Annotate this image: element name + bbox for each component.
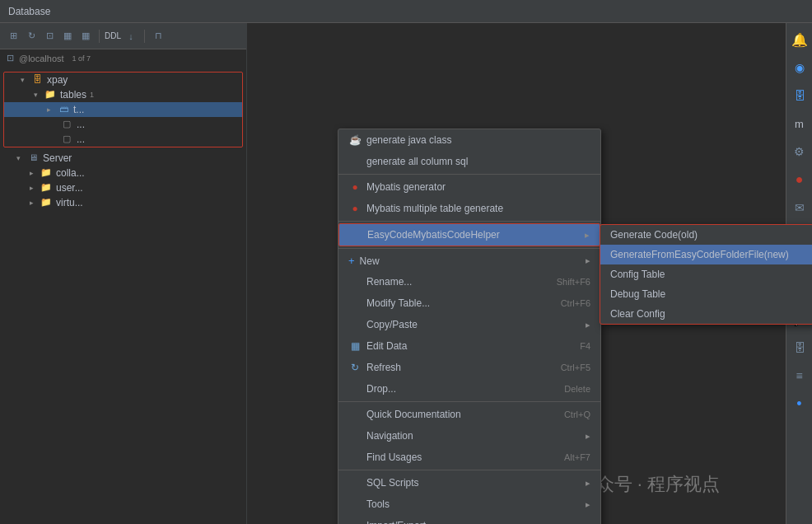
menu-modify[interactable]: Modify Table... Ctrl+F6 <box>338 292 600 314</box>
drop-icon <box>348 382 362 395</box>
gear-icon[interactable]: ⚙ <box>790 142 810 161</box>
tables-icon: 📁 <box>44 89 57 101</box>
xpay-label: xpay <box>47 74 68 86</box>
tree-area: 🗄 xpay 📁 tables 1 🗃 t... ▢ ... <box>0 67 246 524</box>
easycode-submenu: Generate Code(old) GenerateFromEasyCodeF… <box>600 224 812 325</box>
server-arrow <box>16 154 25 162</box>
ddl-arrow[interactable]: ↓ <box>124 30 138 43</box>
tools-submenu-arrow: ▸ <box>586 499 590 510</box>
tree-item-virtu[interactable]: 📁 virtu... <box>0 195 246 210</box>
tree-item-col2[interactable]: ▢ ... <box>4 132 242 147</box>
submenu-debug-table-label: Debug Table <box>610 288 665 300</box>
menu-generate-java-label: generate java class <box>366 134 451 146</box>
dot-icon[interactable]: • <box>790 394 810 414</box>
menu-tools[interactable]: Tools ▸ <box>338 494 600 515</box>
colla-icon: 📁 <box>40 167 53 179</box>
refresh-icon[interactable]: ↻ <box>25 30 38 43</box>
menu-edit-data[interactable]: ▦ Edit Data F4 <box>338 335 600 357</box>
sep2 <box>338 221 600 222</box>
sql-icon <box>348 155 362 168</box>
m-icon[interactable]: m <box>790 114 810 133</box>
tables-badge: 1 <box>90 91 94 99</box>
list-icon[interactable]: ≡ <box>790 366 810 386</box>
menu-find-usages-label: Find Usages <box>366 451 422 463</box>
edit-data-icon: ▦ <box>348 339 362 353</box>
find-usages-shortcut: Alt+F7 <box>548 452 590 462</box>
submenu-debug-table[interactable]: Debug Table <box>600 284 812 304</box>
virtu-label: virtu... <box>56 197 83 208</box>
menu-modify-label: Modify Table... <box>366 297 430 309</box>
menu-sql-scripts-label: SQL Scripts <box>366 477 419 489</box>
xpay-highlight-box: 🗄 xpay 📁 tables 1 🗃 t... ▢ ... <box>3 72 243 147</box>
mybatis-multi-icon: ● <box>348 202 362 215</box>
menu-quick-doc-label: Quick Documentation <box>366 409 461 420</box>
menu-easycode[interactable]: EasyCodeMybatisCodeHelper ▸ Generate Cod… <box>338 223 600 246</box>
tree-item-colla[interactable]: 📁 colla... <box>0 166 246 180</box>
database-sidebar-icon[interactable]: 🗄 <box>790 86 810 105</box>
menu-import-export[interactable]: Import/Export ▸ <box>338 515 600 524</box>
menu-navigation[interactable]: Navigation ▸ <box>338 425 600 447</box>
menu-generate-java[interactable]: ☕ generate java class <box>338 129 600 151</box>
tree-item-table[interactable]: 🗃 t... <box>4 102 242 117</box>
menu-find-usages[interactable]: Find Usages Alt+F7 <box>338 447 600 468</box>
tree-item-tables[interactable]: 📁 tables 1 <box>4 87 242 102</box>
sql-scripts-icon <box>348 476 362 489</box>
tree-item-col1[interactable]: ▢ ... <box>4 117 242 132</box>
submenu-generate-old[interactable]: Generate Code(old) <box>600 225 812 245</box>
menu-mybatis-multi[interactable]: ● Mybatis multiple table generate <box>338 198 600 219</box>
grid-icon2[interactable]: ▦ <box>79 30 92 43</box>
menu-refresh-label: Refresh <box>366 362 401 373</box>
title-text: Database <box>8 6 50 17</box>
storage-icon[interactable]: 🗄 <box>790 338 810 358</box>
circle-icon[interactable]: ◉ <box>790 58 810 77</box>
submenu-config-table[interactable]: Config Table <box>600 264 812 284</box>
tools-icon <box>348 498 362 511</box>
menu-rename[interactable]: Rename... Shift+F6 <box>338 271 600 292</box>
col2-icon: ▢ <box>60 133 73 145</box>
sync-icon[interactable]: ⊡ <box>43 30 56 43</box>
submenu-clear-config[interactable]: Clear Config <box>600 304 812 324</box>
menu-new[interactable]: + New ▸ <box>338 250 600 271</box>
ddl-label[interactable]: DDL <box>106 30 119 43</box>
mail-icon[interactable]: ✉ <box>790 198 810 218</box>
menu-edit-data-label: Edit Data <box>366 340 407 352</box>
tree-item-server[interactable]: 🖥 Server <box>0 151 246 166</box>
toolbar-sep1 <box>99 30 100 43</box>
red-dot-icon1[interactable]: ● <box>790 170 810 189</box>
tree-item-xpay[interactable]: 🗄 xpay <box>4 73 242 87</box>
menu-refresh[interactable]: ↻ Refresh Ctrl+F5 <box>338 357 600 378</box>
menu-copypaste[interactable]: Copy/Paste ▸ <box>338 314 600 335</box>
right-panel: ☕ generate java class generate all colum… <box>247 23 812 524</box>
refresh-icon: ↻ <box>348 361 362 374</box>
menu-mybatis-gen-label: Mybatis generator <box>366 181 446 193</box>
table-arrow <box>47 105 55 114</box>
plus-icon: + <box>348 255 355 267</box>
menu-sql-scripts[interactable]: SQL Scripts ▸ <box>338 472 600 494</box>
modify-icon <box>348 297 362 310</box>
new-icon[interactable]: ⊞ <box>7 30 20 43</box>
sep4 <box>338 401 600 402</box>
menu-import-export-label: Import/Export <box>366 520 426 524</box>
db-toolbar: ⊞ ↻ ⊡ ▦ ▦ DDL ↓ ⊓ <box>0 23 246 49</box>
menu-generate-sql[interactable]: generate all column sql <box>338 151 600 172</box>
menu-quick-doc[interactable]: Quick Documentation Ctrl+Q <box>338 404 600 425</box>
filter-icon[interactable]: ⊓ <box>152 30 165 43</box>
menu-mybatis-gen[interactable]: ● Mybatis generator <box>338 176 600 198</box>
colla-arrow <box>30 169 38 177</box>
virtu-arrow <box>30 199 38 207</box>
table-icon: 🗃 <box>57 104 70 115</box>
rename-icon <box>348 275 362 288</box>
quick-doc-shortcut: Ctrl+Q <box>548 409 590 419</box>
db-hostname[interactable]: @localhost <box>19 54 64 63</box>
menu-drop[interactable]: Drop... Delete <box>338 378 600 400</box>
submenu-config-table-label: Config Table <box>610 269 665 280</box>
tables-arrow <box>34 91 42 99</box>
easycode-submenu-arrow: ▸ <box>585 230 590 241</box>
tree-item-user[interactable]: 📁 user... <box>0 180 246 195</box>
grid-icon1[interactable]: ▦ <box>61 30 74 43</box>
submenu-generate-new-label: GenerateFromEasyCodeFolderFile(new) <box>610 249 789 260</box>
notification-icon[interactable]: 🔔 <box>790 30 810 49</box>
sep5 <box>338 470 600 470</box>
submenu-generate-new[interactable]: GenerateFromEasyCodeFolderFile(new) <box>600 245 812 264</box>
db-icon: ⊡ <box>7 53 14 63</box>
